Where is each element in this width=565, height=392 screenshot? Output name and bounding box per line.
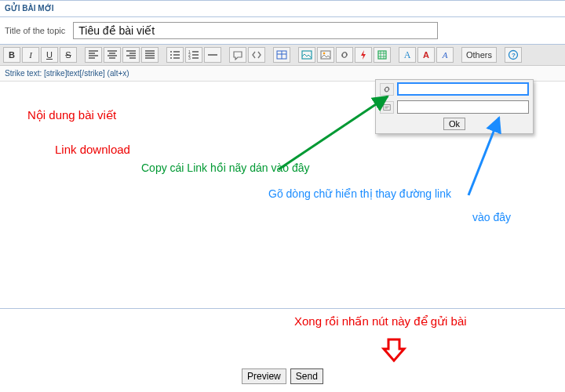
strike-button[interactable]: S <box>60 47 77 63</box>
text-icon <box>380 101 394 114</box>
annotation-copy-link: Copy cái Link hồi nãy dán vào đây <box>141 162 309 174</box>
table-button[interactable] <box>273 47 290 63</box>
popup-url-input[interactable] <box>397 82 529 96</box>
link-popup: Ok <box>375 79 534 134</box>
bold-button[interactable]: B <box>3 47 20 63</box>
underline-button[interactable]: U <box>41 47 58 63</box>
video-button[interactable] <box>374 47 391 63</box>
align-right-button[interactable] <box>122 47 140 63</box>
title-label: Title of the topic <box>5 26 65 35</box>
svg-rect-10 <box>378 51 386 59</box>
svg-point-2 <box>170 57 172 59</box>
editor-area[interactable]: Nội dung bài viết Link download Copy cái… <box>0 82 565 309</box>
align-center-button[interactable] <box>104 47 121 63</box>
popup-ok-button[interactable]: Ok <box>443 118 465 130</box>
svg-point-1 <box>170 54 172 56</box>
annotation-send: Xong rồi nhấn nút này để gửi bài <box>294 314 467 328</box>
font-size-button[interactable]: A <box>399 47 416 63</box>
code-button[interactable] <box>248 47 265 63</box>
preview-button[interactable]: Preview <box>242 368 286 384</box>
svg-rect-13 <box>384 104 391 110</box>
image-button[interactable] <box>317 47 334 63</box>
others-button[interactable]: Others <box>461 47 497 63</box>
annotation-display-text: Gõ dòng chữ hiển thị thay đường link <box>268 187 451 200</box>
post-editor-page: GỬI BÀI MỚI Title of the topic B I U S 1… <box>0 0 565 392</box>
annotation-content: Nội dung bài viết <box>27 108 116 122</box>
list-ordered-button[interactable]: 123 <box>185 47 202 63</box>
format-toolbar: B I U S 123 A A A Others ? <box>0 45 565 66</box>
svg-text:?: ? <box>512 52 516 59</box>
list-unordered-button[interactable] <box>166 47 184 63</box>
link-button[interactable] <box>336 47 353 63</box>
svg-point-9 <box>323 53 326 55</box>
popup-text-input[interactable] <box>397 100 529 114</box>
help-button[interactable]: ? <box>505 47 522 63</box>
align-left-button[interactable] <box>85 47 102 63</box>
align-justify-button[interactable] <box>141 47 159 63</box>
font-family-button[interactable]: A <box>436 47 454 63</box>
quote-button[interactable] <box>229 47 246 63</box>
url-icon <box>380 83 394 96</box>
flash-button[interactable] <box>355 47 372 63</box>
annotation-into-here: vào đây <box>472 211 511 223</box>
action-buttons: Preview Send <box>0 368 565 384</box>
panel-header: GỬI BÀI MỚI <box>0 1 565 17</box>
svg-point-0 <box>170 51 172 53</box>
annotation-linkdl: Link download <box>55 143 130 156</box>
image-host-button[interactable] <box>298 47 315 63</box>
italic-button[interactable]: I <box>22 47 39 63</box>
svg-text:3: 3 <box>188 56 191 60</box>
hr-button[interactable] <box>204 47 221 63</box>
send-button[interactable]: Send <box>290 368 323 384</box>
title-row: Title of the topic <box>0 17 565 45</box>
title-input[interactable] <box>73 22 438 39</box>
svg-rect-8 <box>321 51 330 59</box>
font-color-button[interactable]: A <box>417 47 435 63</box>
